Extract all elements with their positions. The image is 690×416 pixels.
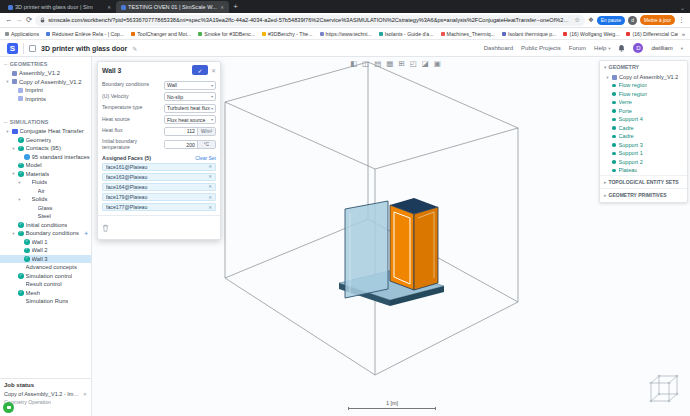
velocity-select[interactable]: No-slip ▾ [164, 92, 216, 101]
simulation-tree-item[interactable]: Boundary conditions [0, 229, 91, 238]
geometries-section-header[interactable]: − GEOMETRIES [0, 57, 91, 69]
tab-close-icon[interactable]: ✕ [106, 5, 111, 10]
expand-toggle[interactable] [17, 197, 22, 202]
visibility-dot-icon[interactable] [612, 101, 616, 105]
geometry-panel-header[interactable]: ▾ GEOMETRY [600, 61, 687, 73]
chrome-update-button[interactable]: Mettre à jour [640, 15, 675, 25]
geometry-tree-item[interactable]: Assembly_V1.2 [0, 69, 91, 78]
geometry-part-item[interactable]: Flow region [600, 90, 687, 99]
apply-button[interactable]: ✓ [192, 65, 208, 75]
simulation-tree-item[interactable]: Glass [0, 204, 91, 213]
simulation-tree-item[interactable]: Wall 2 [0, 246, 91, 255]
bookmark-item[interactable]: #3DBenchy - The... [262, 31, 313, 37]
job-close-icon[interactable]: ✕ [81, 391, 87, 397]
render-mode-icon[interactable]: ◫ [362, 60, 369, 68]
bookmark-item[interactable]: https://www.techni... [320, 31, 372, 37]
geometry-part-item[interactable]: Cadre [600, 132, 687, 141]
visibility-dot-icon[interactable] [612, 169, 616, 173]
bookmark-item[interactable]: (16) Wolfgang Weig... [563, 31, 619, 37]
expand-toggle[interactable] [11, 171, 16, 176]
simulation-tree-item[interactable]: 95 standard interfaces [0, 153, 91, 162]
remove-face-icon[interactable]: ✕ [208, 174, 212, 179]
job-item[interactable]: Copy of Assembly_V1.2 - Impr... ✕ [4, 391, 87, 397]
collapse-icon[interactable]: − [4, 119, 8, 125]
visibility-dot-icon[interactable] [612, 135, 616, 139]
visibility-dot-icon[interactable] [612, 160, 616, 164]
simulation-tree-item[interactable]: Conjugate Heat Transfer [0, 127, 91, 136]
bookmark-item[interactable]: Isolants - Guide d'a... [379, 31, 434, 37]
expand-toggle[interactable] [11, 231, 16, 236]
browser-menu-icon[interactable]: ⋮ [678, 16, 685, 24]
simulation-tree-item[interactable]: Initial conditions [0, 221, 91, 230]
camera-view-icon[interactable]: ◧ [350, 60, 357, 68]
bookmark-item[interactable]: Smoke for #3DBenc... [198, 31, 255, 37]
geometry-part-item[interactable]: Verre [600, 98, 687, 107]
user-avatar[interactable]: D [633, 43, 643, 53]
browser-profile-avatar[interactable]: d [628, 16, 637, 25]
bookmark-item[interactable]: Réduisez Enlève Rela - | Cop... [46, 31, 124, 37]
remove-face-icon[interactable]: ✕ [208, 184, 212, 189]
edit-project-icon[interactable]: ✎ [132, 45, 137, 52]
browser-tab[interactable]: 3D printer with glass door | Sim ✕ [3, 1, 116, 13]
remove-face-icon[interactable]: ✕ [208, 205, 212, 210]
simulations-section-header[interactable]: − SIMULATIONS [0, 115, 91, 127]
visibility-dot-icon[interactable] [612, 152, 616, 156]
expand-toggle[interactable] [11, 146, 16, 151]
bookmark-item[interactable]: ToolChanger and Mot... [131, 31, 191, 37]
geometry-part-item[interactable]: Support 2 [600, 158, 687, 167]
extensions-icon[interactable]: ❖ [588, 16, 594, 24]
sync-paused-badge[interactable]: En pause [597, 16, 625, 25]
initial-temperature-input[interactable]: 200 °C [164, 140, 216, 149]
simulation-tree-item[interactable]: Mesh [0, 289, 91, 298]
chat-bubble-button[interactable] [3, 402, 14, 413]
tab-close-icon[interactable]: ✕ [219, 5, 224, 10]
trash-icon[interactable] [102, 224, 109, 232]
assigned-face-item[interactable]: face164@Plateau ✕ [102, 183, 216, 192]
panel-section-header[interactable]: ▸ GEOMETRY PRIMITIVES [600, 188, 687, 201]
user-menu-chevron-icon[interactable]: ▾ [681, 46, 683, 51]
section-plane-icon[interactable]: ⊞ [398, 60, 404, 68]
measure-tool-icon[interactable]: ◰ [410, 60, 417, 68]
simulation-tree-item[interactable]: Simulation Runs [0, 297, 91, 306]
geometry-tree-item[interactable]: Imprint [0, 86, 91, 95]
geometry-part-item[interactable]: Plateau [600, 166, 687, 175]
printer-side-face[interactable] [414, 207, 438, 290]
viewport-3d[interactable]: ◧ ◫ ▤ ▦ ⊞ ◰ ◪ ▣ 1 [m] [92, 57, 690, 416]
heat-flux-input[interactable]: 112 W/m² [164, 127, 216, 136]
geometry-part-item[interactable]: Porte [600, 107, 687, 116]
geometry-part-item[interactable]: Support 3 [600, 141, 687, 150]
simscale-logo[interactable]: S [7, 43, 18, 54]
printer-model[interactable] [339, 198, 444, 306]
remove-face-icon[interactable]: ✕ [208, 195, 212, 200]
simulation-tree-item[interactable]: Model [0, 161, 91, 170]
simulation-tree-item[interactable]: Result control [0, 280, 91, 289]
bell-icon[interactable] [618, 44, 625, 52]
nav-public-projects[interactable]: Public Projects [521, 45, 561, 51]
orientation-cube-gizmo[interactable] [641, 367, 685, 411]
bookmarks-overflow-icon[interactable]: » [678, 31, 685, 37]
simulation-tree-item[interactable]: Materials [0, 170, 91, 179]
hide-part-icon[interactable]: ◪ [422, 60, 429, 68]
assigned-face-item[interactable]: face177@Plateau ✕ [102, 203, 216, 212]
assigned-face-item[interactable]: face163@Plateau ✕ [102, 173, 216, 182]
remove-face-icon[interactable]: ✕ [208, 164, 212, 169]
simulation-tree-item[interactable]: Solids [0, 195, 91, 204]
simulation-tree-item[interactable]: Wall 1 [0, 238, 91, 247]
expand-toggle[interactable] [17, 180, 22, 185]
expand-toggle[interactable]: ▾ [605, 75, 610, 80]
tab-search-icon[interactable]: ⌄ [680, 4, 690, 13]
visibility-dot-icon[interactable] [612, 143, 616, 147]
geometry-tree-item[interactable]: Imprints [0, 95, 91, 104]
temperature-type-select[interactable]: Turbulent heat flux ▾ [164, 104, 216, 113]
visibility-dot-icon[interactable] [612, 118, 616, 122]
wireframe-view-icon[interactable]: ▦ [386, 60, 393, 68]
dialog-close-icon[interactable]: ✕ [211, 67, 216, 74]
assigned-face-item[interactable]: face179@Plateau ✕ [102, 193, 216, 202]
panel-section-header[interactable]: ▸ TOPOLOGICAL ENTITY SETS [600, 175, 687, 188]
simulation-tree-item[interactable]: Geometry [0, 136, 91, 145]
geometry-tree-item[interactable]: Copy of Assembly_V1.2 [0, 78, 91, 87]
bookmark-item[interactable]: Applications [5, 31, 39, 37]
reload-icon[interactable]: ⟳ [26, 16, 32, 24]
glass-door[interactable] [345, 201, 388, 298]
geometry-part-item[interactable]: Support 4 [600, 115, 687, 124]
